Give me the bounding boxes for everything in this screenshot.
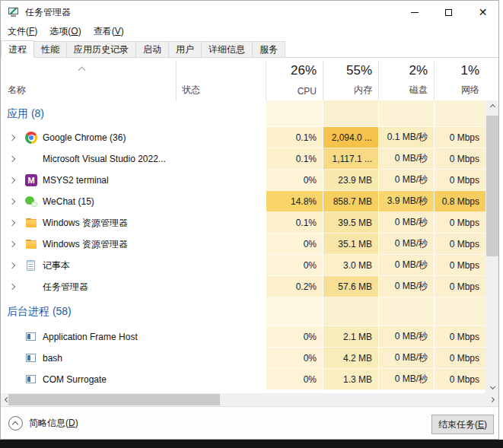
scroll-right-button[interactable] <box>485 393 498 406</box>
disk-cell: 0 MB/秒 <box>378 212 434 234</box>
process-icon <box>25 331 37 343</box>
tab-性能[interactable]: 性能 <box>33 41 67 57</box>
mem-cell: 1,117.1 ... <box>323 148 378 170</box>
cpu-cell: 0% <box>266 170 323 191</box>
process-name: Google Chrome (36) <box>43 132 126 143</box>
fewer-details-toggle[interactable]: 简略信息(D) <box>8 416 78 431</box>
process-row[interactable]: Google Chrome (36)0.1%2,094.0 ...0.1 MB/… <box>1 127 485 148</box>
process-name-cell: bash <box>1 348 176 369</box>
expand-button[interactable] <box>10 242 20 246</box>
column-mem[interactable]: 55%内存 <box>323 58 378 100</box>
cpu-cell: 0% <box>266 369 323 390</box>
process-row[interactable]: 任务管理器0.2%57.6 MB0 MB/秒0 Mbps <box>1 276 485 297</box>
cpu-cell: 0.1% <box>266 212 323 234</box>
disk-cell: 0 MB/秒 <box>378 348 434 369</box>
process-row[interactable]: WeChat (15)14.8%858.7 MB3.9 MB/秒0.8 Mbps <box>1 191 485 212</box>
disk-cell: 0 MB/秒 <box>378 326 434 348</box>
column-name[interactable]: 名称 <box>8 84 26 97</box>
column-net[interactable]: 1%网络 <box>434 58 485 100</box>
chevron-right-icon <box>489 397 494 402</box>
status-cell <box>176 234 266 255</box>
status-cell <box>176 148 266 170</box>
process-name: Application Frame Host <box>43 332 138 342</box>
tab-启动[interactable]: 启动 <box>135 41 169 57</box>
process-name-cell: Application Frame Host <box>1 326 176 348</box>
tab-strip: 进程性能应用历史记录启动用户详细信息服务 <box>1 40 498 58</box>
process-row[interactable]: Windows 资源管理器0.1%39.5 MB0 MB/秒0 Mbps <box>1 212 485 234</box>
column-disk-label: 磁盘 <box>409 84 428 97</box>
expand-button[interactable] <box>10 157 20 161</box>
process-name: 记事本 <box>43 259 70 272</box>
process-name-cell: Windows 资源管理器 <box>1 212 176 234</box>
end-task-button[interactable]: 结束任务(E) <box>431 415 494 434</box>
tab-详细信息[interactable]: 详细信息 <box>201 41 253 57</box>
group-header-row[interactable]: 后台进程 (58) <box>1 297 485 326</box>
net-cell: 0 Mbps <box>434 348 485 369</box>
process-name-cell: 任务管理器 <box>1 276 176 297</box>
process-name: WeChat (15) <box>43 196 94 207</box>
disk-cell: 3.9 MB/秒 <box>378 191 434 212</box>
status-cell <box>176 170 266 191</box>
column-disk[interactable]: 2%磁盘 <box>378 58 434 100</box>
tab-进程[interactable]: 进程 <box>1 40 34 58</box>
process-row[interactable]: COM Surrogate0%1.3 MB0 MB/秒0 Mbps <box>1 369 485 390</box>
cpu-cell: 0% <box>266 348 323 369</box>
minimize-icon <box>411 12 419 13</box>
folder-icon <box>25 238 37 250</box>
net-cell: 0 Mbps <box>434 148 485 170</box>
net-cell: 0 Mbps <box>434 276 485 297</box>
scroll-down-button[interactable] <box>485 380 499 393</box>
process-row[interactable]: MSYS2 terminal0%23.9 MB0 MB/秒0 Mbps <box>1 170 485 191</box>
horizontal-scrollbar[interactable] <box>1 393 499 406</box>
status-cell <box>176 348 266 369</box>
mem-cell: 1.3 MB <box>323 369 378 390</box>
disk-cell: 0 MB/秒 <box>378 170 434 191</box>
process-row[interactable]: Microsoft Visual Studio 2022...0.1%1,117… <box>1 148 485 170</box>
expand-button[interactable] <box>10 284 20 289</box>
status-cell <box>176 297 266 326</box>
net-cell: 0 Mbps <box>434 170 485 191</box>
expand-button[interactable] <box>10 263 20 268</box>
mem-cell: 57.6 MB <box>323 276 378 297</box>
total-cpu-percent: 26% <box>266 63 317 78</box>
maximize-button[interactable] <box>431 1 466 24</box>
process-row[interactable]: Application Frame Host0%2.1 MB0 MB/秒0 Mb… <box>1 326 485 348</box>
total-net-percent: 1% <box>434 63 479 78</box>
cpu-cell: 0% <box>266 234 323 255</box>
chevron-right-icon <box>9 177 15 183</box>
notepad-icon <box>25 259 37 272</box>
process-row[interactable]: Windows 资源管理器0%35.1 MB0 MB/秒0 Mbps <box>1 234 485 255</box>
expand-button[interactable] <box>10 199 20 204</box>
menu-item[interactable]: 查看(V) <box>94 24 124 38</box>
scroll-up-button[interactable] <box>485 100 499 113</box>
horizontal-scrollbar-thumb[interactable] <box>8 394 220 405</box>
chevron-right-icon <box>9 156 15 162</box>
close-button[interactable]: ✕ <box>466 1 499 24</box>
expand-button[interactable] <box>10 178 20 183</box>
process-row[interactable]: bash0%4.2 MB0 MB/秒0 Mbps <box>1 348 485 369</box>
minimize-button[interactable] <box>397 1 431 24</box>
vertical-scrollbar-thumb[interactable] <box>486 116 498 256</box>
net-cell: 0 Mbps <box>434 369 485 390</box>
tab-用户[interactable]: 用户 <box>168 41 202 57</box>
column-status[interactable]: 状态 <box>182 84 200 97</box>
expand-button[interactable] <box>10 135 20 140</box>
menu-item[interactable]: 文件(F) <box>8 24 37 38</box>
group-header-row[interactable]: 应用 (8) <box>1 100 485 127</box>
status-cell <box>176 326 266 348</box>
tab-应用历史记录[interactable]: 应用历史记录 <box>66 41 136 57</box>
tab-服务[interactable]: 服务 <box>252 41 285 57</box>
chrome-icon <box>25 132 37 144</box>
vertical-scrollbar[interactable] <box>485 100 499 393</box>
expand-button[interactable] <box>10 221 20 225</box>
column-net-label: 网络 <box>461 84 479 97</box>
net-cell: 0 Mbps <box>434 255 485 276</box>
mem-cell: 4.2 MB <box>323 348 378 369</box>
process-row[interactable]: 记事本0%3.0 MB0 MB/秒0 Mbps <box>1 255 485 276</box>
column-cpu[interactable]: 26%CPU <box>266 58 323 100</box>
disk-cell: 0 MB/秒 <box>378 255 434 276</box>
status-cell <box>176 276 266 297</box>
menu-item[interactable]: 选项(O) <box>49 24 81 38</box>
group-header-label: 应用 (8) <box>1 100 176 127</box>
process-name-cell: 记事本 <box>1 255 176 276</box>
